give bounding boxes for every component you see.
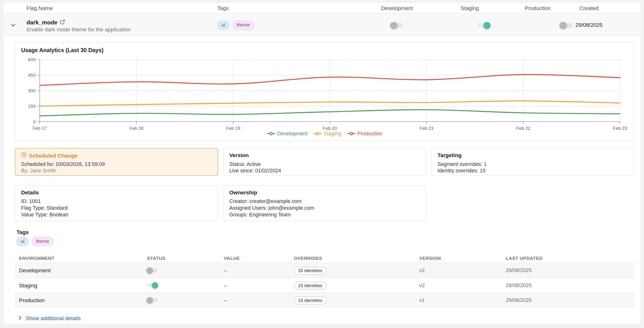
column-overrides: OVERRIDES <box>294 256 322 261</box>
svg-text:300: 300 <box>28 88 36 93</box>
flag-description: Enable dark mode theme for the applicati… <box>26 26 130 33</box>
development-status-toggle[interactable] <box>147 267 158 274</box>
svg-text:Feb 18: Feb 18 <box>130 126 144 131</box>
identity-overrides: Identity overrides: 15 <box>438 168 628 174</box>
column-value: VALUE <box>224 256 240 261</box>
details-card: Details ID: 1001 Flag Type: Standard Val… <box>15 185 218 221</box>
table-row-staging: Staging – 15 identities v2 29/08/2025 <box>15 278 634 293</box>
column-created: Created <box>567 5 612 11</box>
tag-theme: theme <box>232 21 254 30</box>
ownership-assigned-users: Assigned Users: john@example.com <box>229 205 420 211</box>
ownership-card-title: Ownership <box>229 189 420 196</box>
flag-tags: ui theme <box>217 21 254 30</box>
environments-table-header: ENVIRONMENT STATUS VALUE OVERRIDES VERSI… <box>15 254 634 263</box>
svg-text:Feb 20: Feb 20 <box>323 126 337 131</box>
overrides-badge[interactable]: 15 identities <box>294 297 326 304</box>
clock-icon <box>21 152 26 159</box>
overrides-badge[interactable]: 15 identities <box>294 267 326 275</box>
tags-section: ui theme <box>16 237 53 246</box>
svg-text:Feb 21: Feb 21 <box>420 126 434 131</box>
svg-text:Feb 22: Feb 22 <box>516 126 530 131</box>
column-flag-name: Flag Name <box>26 5 53 11</box>
svg-text:0: 0 <box>33 119 36 124</box>
legend-item-production: Production <box>347 131 382 136</box>
column-status: STATUS <box>147 256 165 261</box>
chevron-down-icon[interactable] <box>10 22 16 30</box>
tag-theme: theme <box>32 237 53 246</box>
production-status-toggle[interactable] <box>147 297 158 303</box>
details-value-type: Value Type: Boolean <box>21 211 212 218</box>
staging-toggle[interactable] <box>478 22 490 29</box>
scheduled-change-title: Scheduled Change <box>29 153 77 159</box>
usage-analytics-chart: 0150300450600Feb 17Feb 18Feb 19Feb 20Feb… <box>15 56 634 131</box>
column-tags: Tags <box>217 5 229 11</box>
value-cell: – <box>224 267 227 274</box>
svg-text:450: 450 <box>28 73 36 78</box>
column-version: VERSION <box>419 256 441 261</box>
show-additional-details-label: Show additional details <box>26 315 80 321</box>
column-development: Development <box>372 5 422 11</box>
targeting-card: Targeting Segment overrides: 1 Identity … <box>431 148 634 176</box>
column-last-updated: LAST UPDATED <box>506 256 542 261</box>
column-staging: Staging <box>445 5 495 11</box>
value-cell: – <box>224 282 227 288</box>
feature-flags-panel: Flag Name Tags Development Staging Produ… <box>4 3 640 324</box>
ownership-card: Ownership Creator: creator@example.com A… <box>223 185 426 221</box>
legend-item-development: Development <box>267 131 308 136</box>
scheduled-change-card: Scheduled Change Scheduled for: 03/03/20… <box>15 148 218 176</box>
staging-status-toggle[interactable] <box>147 282 158 288</box>
value-cell: – <box>224 297 227 303</box>
details-card-title: Details <box>21 189 212 196</box>
development-toggle[interactable] <box>391 22 403 29</box>
details-id: ID: 1001 <box>21 198 212 205</box>
legend-label: Development <box>277 131 308 136</box>
last-updated-cell: 29/08/2025 <box>506 282 532 288</box>
environments-table: ENVIRONMENT STATUS VALUE OVERRIDES VERSI… <box>15 254 634 308</box>
svg-text:600: 600 <box>28 57 36 62</box>
ownership-groups: Groups: Engineering Team <box>229 211 420 218</box>
version-status: Status: Active <box>229 161 420 168</box>
chart-title: Usage Analytics (Last 30 Days) <box>21 47 103 53</box>
tag-ui: ui <box>217 21 229 30</box>
environment-name: Staging <box>19 282 37 288</box>
legend-item-staging: Staging <box>314 131 342 136</box>
version-card: Version Status: Active Live since: 01/02… <box>223 148 426 176</box>
version-card-title: Version <box>229 152 420 158</box>
table-row-production: Production – 15 identities v1 29/08/2025 <box>15 293 634 308</box>
last-updated-cell: 29/08/2025 <box>506 297 532 303</box>
environment-name: Development <box>19 267 51 274</box>
legend-marker-icon <box>347 131 356 136</box>
line-chart-svg: 0150300450600Feb 17Feb 18Feb 19Feb 20Feb… <box>15 56 634 131</box>
external-link-icon[interactable] <box>60 19 65 26</box>
chevron-right-icon <box>18 315 22 321</box>
version-cell: v2 <box>419 282 425 288</box>
targeting-card-title: Targeting <box>438 152 628 158</box>
segment-overrides: Segment overrides: 1 <box>438 161 628 168</box>
version-cell: v2 <box>419 268 425 273</box>
legend-marker-icon <box>314 131 322 136</box>
chart-legend: DevelopmentStagingProduction <box>15 131 634 136</box>
flag-name: dark_mode <box>26 19 58 26</box>
svg-text:Feb 23: Feb 23 <box>613 126 627 131</box>
ownership-creator: Creator: creator@example.com <box>229 198 420 205</box>
last-updated-cell: 29/08/2025 <box>506 268 532 273</box>
column-production: Production <box>513 5 563 11</box>
show-additional-details-link[interactable]: Show additional details <box>18 315 80 321</box>
scheduled-by-text: By: Jane Smith <box>21 168 212 174</box>
legend-marker-icon <box>267 131 275 136</box>
svg-text:Feb 17: Feb 17 <box>32 126 47 131</box>
flag-row-dark-mode[interactable]: dark_mode Enable dark mode theme for the… <box>4 14 640 36</box>
table-row-development: Development – 15 identities v2 29/08/202… <box>15 263 634 278</box>
overrides-badge[interactable]: 15 identities <box>294 281 326 289</box>
details-flag-type: Flag Type: Standard <box>21 205 212 211</box>
version-cell: v1 <box>419 297 425 303</box>
legend-label: Staging <box>324 131 341 136</box>
tag-ui: ui <box>16 237 28 246</box>
environment-name: Production <box>19 297 45 303</box>
legend-label: Production <box>358 131 382 136</box>
column-environment: ENVIRONMENT <box>19 256 54 261</box>
page: Flag Name Tags Development Staging Produ… <box>0 0 644 328</box>
version-live-since: Live since: 01/02/2024 <box>229 168 420 174</box>
svg-text:150: 150 <box>28 104 36 109</box>
scheduled-for-text: Scheduled for: 03/03/2026, 13:59:09 <box>21 161 212 168</box>
